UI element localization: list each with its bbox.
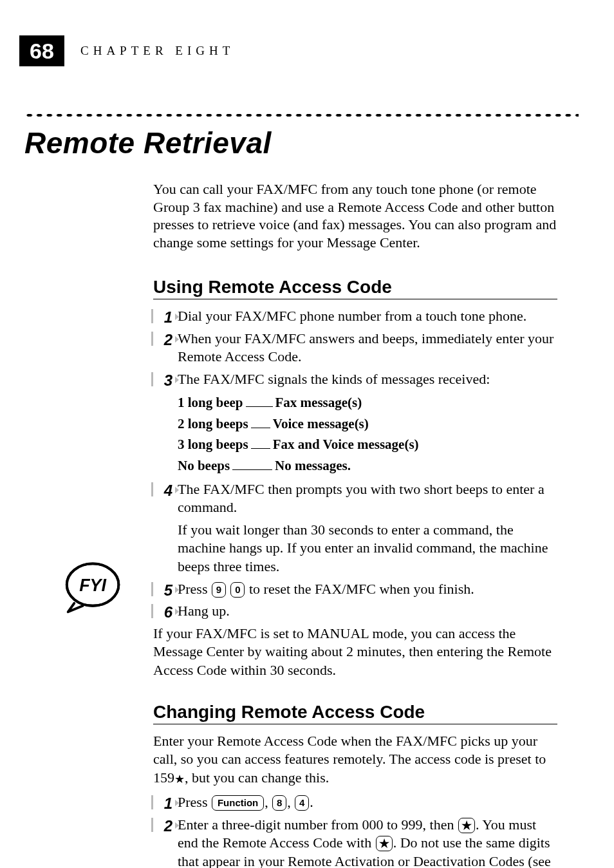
key-0-icon: 0 — [230, 582, 245, 598]
content-column: You can call your FAX/MFC from any touch… — [153, 180, 557, 868]
signal-row: 2 long beepsVoice message(s) — [178, 413, 557, 435]
signal-list: 1 long beepFax message(s) 2 long beepsVo… — [178, 392, 557, 476]
step-5: 5 Press 9 0 to reset the FAX/MFC when yo… — [153, 580, 557, 599]
key-star-icon: ★ — [458, 818, 475, 833]
fyi-note-icon: FYI — [63, 555, 125, 617]
step-4-continuation: If you wait longer than 30 seconds to en… — [178, 521, 557, 576]
page-title: Remote Retrieval — [24, 126, 272, 160]
key-4-icon: 4 — [295, 795, 309, 811]
step-number-icon: 1 — [153, 793, 172, 813]
dotted-rule-divider — [24, 113, 579, 118]
step-number-icon: 5 — [153, 580, 172, 600]
sec2-step-1: 1 Press Function, 8, 4. — [153, 793, 557, 812]
step-text: Hang up. — [178, 603, 230, 619]
step-6: 6 Hang up. — [153, 602, 557, 621]
page-number: 68 — [19, 35, 64, 66]
step-3: 3 The FAX/MFC signals the kinds of messa… — [153, 370, 557, 389]
step-text: The FAX/MFC then prompts you with two sh… — [178, 481, 544, 516]
section2-intro: Enter your Remote Access Code when the F… — [153, 732, 557, 788]
fyi-note: If your FAX/MFC is set to MANUAL mode, y… — [153, 625, 557, 680]
section-heading-changing-remote-access-code: Changing Remote Access Code — [153, 702, 557, 724]
intro-paragraph: You can call your FAX/MFC from any touch… — [153, 180, 557, 251]
step-text: The FAX/MFC signals the kinds of message… — [178, 371, 490, 387]
key-star-icon: ★ — [376, 836, 393, 851]
step-text: Press 9 0 to reset the FAX/MFC when you … — [178, 581, 474, 597]
chapter-label: CHAPTER EIGHT — [80, 44, 234, 58]
step-number-icon: 1 — [153, 307, 172, 327]
step-number-icon: 2 — [153, 330, 172, 350]
signal-row: 3 long beepsFax and Voice message(s) — [178, 434, 557, 455]
key-function-icon: Function — [212, 795, 264, 811]
sec2-step-2: 2 Enter a three-digit number from 000 to… — [153, 816, 557, 868]
star-icon: ★ — [174, 773, 185, 786]
step-2: 2 When your FAX/MFC answers and beeps, i… — [153, 330, 557, 366]
step-text: When your FAX/MFC answers and beeps, imm… — [178, 330, 554, 365]
svg-text:FYI: FYI — [79, 576, 106, 595]
step-text: Dial your FAX/MFC phone number from a to… — [178, 308, 526, 324]
step-number-icon: 2 — [153, 816, 172, 836]
signal-row: No beepsNo messages. — [178, 455, 557, 476]
step-number-icon: 4 — [153, 480, 172, 500]
key-9-icon: 9 — [212, 582, 226, 598]
key-8-icon: 8 — [272, 795, 286, 811]
step-text: Enter a three-digit number from 000 to 9… — [178, 816, 551, 868]
step-4: 4 The FAX/MFC then prompts you with two … — [153, 480, 557, 517]
section-heading-using-remote-access-code: Using Remote Access Code — [153, 277, 557, 299]
signal-row: 1 long beepFax message(s) — [178, 392, 557, 413]
step-number-icon: 6 — [153, 602, 172, 622]
step-text: Press Function, 8, 4. — [178, 794, 313, 810]
step-1: 1 Dial your FAX/MFC phone number from a … — [153, 307, 557, 326]
step-number-icon: 3 — [153, 370, 172, 390]
